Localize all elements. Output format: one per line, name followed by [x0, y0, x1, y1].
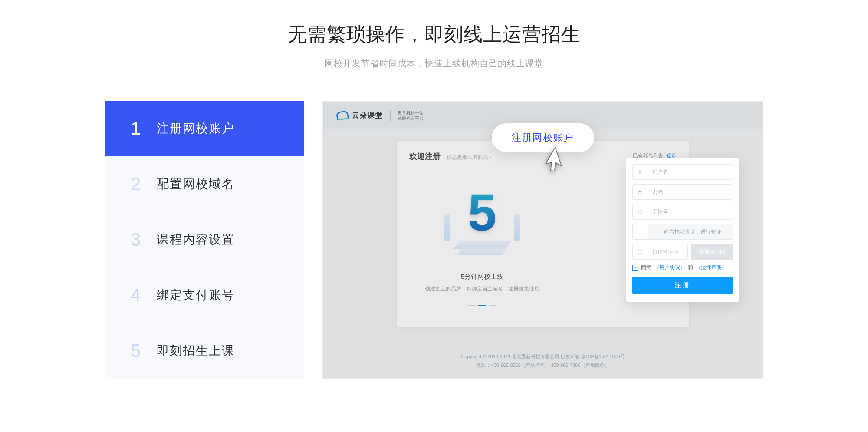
step-number: 1	[131, 118, 157, 139]
step-label: 配置网校域名	[157, 176, 235, 192]
slider-handle-icon[interactable]: ≡	[633, 224, 648, 239]
login-hint-text: 已有账号? 去	[633, 152, 663, 158]
register-button[interactable]: 注册	[632, 277, 733, 294]
phone-icon	[637, 209, 643, 215]
illustration: 5 5分钟网校上线 创建独立的品牌，可绑定自主域名，注册直接使用	[414, 175, 550, 310]
legal-statement-link[interactable]: 《法律声明》	[696, 264, 727, 271]
phone-field[interactable]: 手机号	[632, 204, 733, 220]
page-root: 无需繁琐操作，即刻线上运营招生 网校开发节省时间成本，快速上线机构自己的线上课堂…	[0, 0, 868, 379]
step-label: 注册网校账户	[157, 120, 235, 137]
copyright-line: Copyright © 2014-2021.北京昱新科技有限公司 版权所有 京I…	[323, 353, 763, 361]
step-number: 3	[131, 229, 157, 250]
login-link[interactable]: 登录	[666, 152, 677, 158]
get-code-button[interactable]: 获取验证码	[691, 244, 733, 260]
step-item-4[interactable]: 4 绑定支付账号	[105, 267, 304, 323]
step-item-1[interactable]: 1 注册网校账户	[105, 101, 304, 156]
username-placeholder: 用户名	[652, 168, 668, 176]
hotline-line: 热线：400-965-8366（产品咨询） 400-965-7366（售后服务）	[323, 361, 763, 370]
decor-bar	[444, 214, 450, 241]
big-five-icon: 5	[468, 186, 497, 238]
step-item-2[interactable]: 2 配置网校域名	[105, 156, 304, 212]
dot[interactable]	[489, 305, 496, 306]
step-label: 即刻招生上课	[157, 343, 235, 359]
logo-subtitle: 教育机构一站 式服务云平台	[398, 110, 424, 121]
illustration-title: 5分钟网校上线	[414, 273, 550, 281]
user-icon	[637, 169, 643, 175]
page-subtitle: 网校开发节省时间成本，快速上线机构自己的线上课堂	[0, 58, 868, 69]
svg-rect-1	[638, 191, 642, 194]
registration-form: 用户名 密码 手机号 ≡	[626, 158, 739, 302]
step-nav: 1 注册网校账户 2 配置网校域名 3 课程内容设置 4 绑定支付账号 5 即刻…	[105, 101, 304, 379]
username-field[interactable]: 用户名	[632, 164, 733, 180]
dot-active[interactable]	[478, 305, 486, 306]
welcome-title: 欢迎注册	[409, 151, 441, 162]
svg-point-0	[639, 170, 641, 172]
password-field[interactable]: 密码	[632, 184, 733, 200]
logo-sub-line: 式服务云平台	[398, 115, 424, 121]
cloud-icon	[336, 110, 349, 121]
step-number: 2	[131, 174, 157, 195]
agree-and: 和	[688, 264, 693, 271]
inner-footer: Copyright © 2014-2021.北京昱新科技有限公司 版权所有 京I…	[323, 353, 763, 370]
user-agreement-link[interactable]: 《用户协议》	[654, 264, 685, 271]
sms-placeholder: 短信验证码	[652, 248, 678, 256]
step-number: 5	[131, 340, 157, 361]
shield-icon	[637, 249, 643, 255]
step-number: 4	[131, 285, 157, 306]
platform-icon	[450, 241, 515, 263]
step-item-5[interactable]: 5 即刻招生上课	[105, 323, 304, 379]
agree-checkbox[interactable]: ✓	[632, 265, 638, 271]
step-item-3[interactable]: 3 课程内容设置	[105, 212, 304, 267]
slider-text: 向右拖动滑块，进行验证	[653, 228, 733, 236]
page-title: 无需繁琐操作，即刻线上运营招生	[0, 22, 868, 47]
agree-prefix: 同意	[641, 264, 651, 271]
big-five-wrap: 5	[414, 175, 550, 249]
illustration-subtitle: 创建独立的品牌，可绑定自主域名，注册直接使用	[414, 285, 550, 293]
agree-row: ✓ 同意 《用户协议》 和 《法律声明》	[632, 264, 733, 271]
step-label: 课程内容设置	[157, 231, 235, 248]
preview-panel: 云朵课堂 教育机构一站 式服务云平台 欢迎注册 你总是那么有眼光~ 已有账号? …	[322, 101, 763, 379]
decor-bar	[514, 214, 520, 241]
logo-text: 云朵课堂	[352, 111, 383, 120]
welcome-slogan: 你总是那么有眼光~	[447, 154, 491, 160]
lock-icon	[637, 189, 643, 195]
password-placeholder: 密码	[652, 188, 663, 196]
tooltip-bubble: 注册网校账户	[492, 123, 594, 152]
content-row: 1 注册网校账户 2 配置网校域名 3 课程内容设置 4 绑定支付账号 5 即刻…	[0, 101, 868, 379]
logo-sub-line: 教育机构一站	[398, 110, 424, 115]
divider	[390, 110, 391, 121]
step-label: 绑定支付账号	[157, 287, 235, 303]
phone-placeholder: 手机号	[652, 208, 668, 216]
sms-code-field[interactable]: 短信验证码	[632, 244, 688, 260]
logo: 云朵课堂	[336, 111, 383, 120]
carousel-dots	[414, 305, 550, 306]
dot[interactable]	[468, 305, 476, 306]
slider-captcha[interactable]: ≡ 向右拖动滑块，进行验证	[632, 224, 733, 240]
